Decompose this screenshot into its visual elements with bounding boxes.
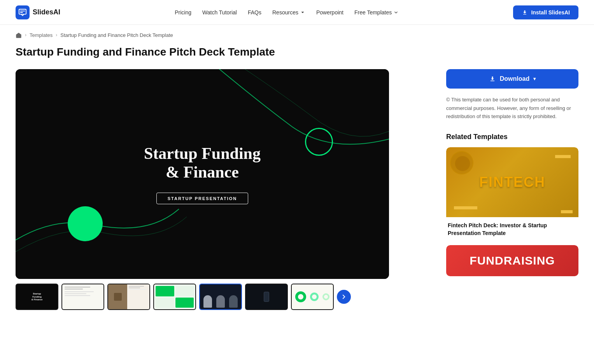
chevron-right-icon — [340, 293, 347, 300]
nav-pricing[interactable]: Pricing — [175, 9, 191, 16]
nav-free-templates-dropdown[interactable]: Free Templates — [354, 9, 399, 16]
home-icon — [16, 32, 22, 38]
license-text: © This template can be used for both per… — [446, 96, 578, 120]
thumbnail-1[interactable]: StartupFunding& Finance — [16, 284, 58, 310]
chevron-down-icon — [300, 10, 305, 15]
fintech-deco-rect-top — [555, 155, 571, 158]
related-card-fintech-name: Fintech Pitch Deck: Investor & Startup P… — [446, 217, 578, 237]
main-layout: Startup Funding & Finance STARTUP PRESEN… — [0, 69, 594, 333]
install-button[interactable]: Install SlidesAI — [513, 5, 578, 19]
left-column: Startup Funding & Finance STARTUP PRESEN… — [16, 69, 431, 310]
slide-badge: STARTUP PRESENTATION — [156, 192, 249, 204]
slide-canvas: Startup Funding & Finance STARTUP PRESEN… — [16, 69, 389, 279]
thumbnail-6[interactable] — [245, 284, 288, 310]
fintech-label: FINTECH — [479, 174, 545, 190]
slide-circle-filled — [68, 206, 103, 241]
logo-icon — [16, 5, 30, 19]
related-card-fintech[interactable]: FINTECH Fintech Pitch Deck: Investor & S… — [446, 147, 578, 237]
related-card-fundraising[interactable]: FUNDRAISING — [446, 245, 578, 276]
related-card-fundraising-image: FUNDRAISING — [446, 245, 578, 276]
related-card-fintech-image: FINTECH — [446, 147, 578, 217]
fintech-deco-rect-right — [561, 210, 573, 213]
brand-logo[interactable]: SlidesAI — [16, 5, 60, 19]
slide-text: Startup Funding & Finance STARTUP PRESEN… — [144, 144, 261, 204]
download-button[interactable]: Download ▾ — [446, 69, 578, 89]
thumbnails-next-button[interactable] — [337, 290, 351, 304]
breadcrumb-sep-2: › — [56, 32, 57, 38]
page-title: Startup Funding and Finance Pitch Deck T… — [0, 42, 594, 70]
thumbnail-7[interactable] — [291, 284, 334, 310]
fintech-deco-rect-bottom — [454, 206, 477, 209]
svg-rect-4 — [491, 81, 495, 82]
related-templates-title: Related Templates — [446, 133, 578, 141]
thumbnail-3[interactable] — [107, 284, 150, 310]
right-column: Download ▾ © This template can be used f… — [446, 69, 578, 284]
thumbnail-2[interactable] — [61, 284, 104, 310]
breadcrumb: › Templates › Startup Funding and Financ… — [0, 25, 594, 42]
slides-icon — [18, 8, 27, 17]
slide-heading: Startup Funding & Finance — [144, 144, 261, 182]
svg-rect-1 — [20, 10, 25, 11]
thumbnail-5[interactable] — [199, 284, 242, 310]
download-arrow-icon — [489, 75, 496, 82]
thumbnails-strip: StartupFunding& Finance — [16, 284, 431, 310]
main-slide-preview: Startup Funding & Finance STARTUP PRESEN… — [16, 69, 389, 279]
svg-rect-2 — [20, 12, 23, 13]
svg-rect-0 — [19, 9, 26, 14]
chevron-down-icon-2 — [393, 10, 399, 15]
nav-links: Pricing Watch Tutorial FAQs Resources Po… — [175, 9, 399, 16]
nav-faqs[interactable]: FAQs — [248, 9, 261, 16]
download-chevron-icon: ▾ — [533, 76, 536, 82]
breadcrumb-sep-1: › — [25, 32, 26, 38]
nav-resources-dropdown[interactable]: Resources — [272, 9, 305, 16]
navbar: SlidesAI Pricing Watch Tutorial FAQs Res… — [0, 0, 594, 25]
nav-watch-tutorial[interactable]: Watch Tutorial — [202, 9, 237, 16]
download-icon — [522, 9, 528, 16]
svg-rect-3 — [523, 14, 526, 14]
brand-name: SlidesAI — [33, 8, 60, 16]
nav-powerpoint[interactable]: Powerpoint — [316, 9, 343, 16]
slide-circle-outline — [305, 128, 333, 156]
breadcrumb-home-link[interactable] — [16, 32, 22, 38]
breadcrumb-templates-link[interactable]: Templates — [30, 32, 53, 38]
thumbnail-4[interactable] — [153, 284, 196, 310]
fundraising-label: FUNDRAISING — [470, 254, 555, 267]
breadcrumb-current: Startup Funding and Finance Pitch Deck T… — [60, 32, 173, 38]
